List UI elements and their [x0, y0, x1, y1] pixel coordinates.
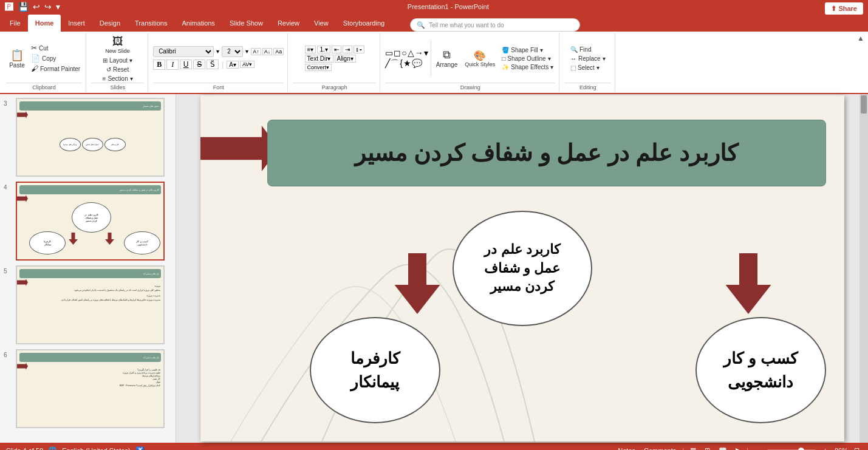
slide-thumb-4[interactable]: 4 کاربرد علم در عمل و شفاف کردن مسیر کار…	[2, 180, 173, 262]
underline-button[interactable]: U	[180, 60, 192, 69]
tab-storyboarding[interactable]: Storyboarding	[336, 15, 392, 32]
slide-thumbnail-3[interactable]: محور های سمینار ویژگی‌های محتوا اصل انتق…	[16, 98, 165, 177]
shape-star[interactable]: ★	[403, 58, 411, 69]
italic-button[interactable]: I	[166, 60, 179, 70]
paste-button[interactable]: 📋 Paste	[6, 47, 28, 70]
collapse-ribbon-button[interactable]: ▲	[857, 34, 864, 43]
center-ellipse-text: کاربرد علم درعمل و شفافکردن مسیر	[478, 234, 566, 302]
slide-center-ellipse[interactable]: کاربرد علم درعمل و شفافکردن مسیر	[453, 211, 592, 326]
slide-canvas[interactable]: کاربرد علم در عمل و شفاف کردن مسیر کاربر…	[200, 95, 844, 441]
tab-insert[interactable]: Insert	[61, 15, 92, 32]
quick-styles-icon: 🎨	[474, 50, 486, 61]
tab-home[interactable]: Home	[28, 15, 61, 32]
shape-arrow[interactable]: →	[415, 48, 423, 58]
format-painter-button[interactable]: 🖌 Format Painter	[29, 64, 82, 73]
ribbon-search-box[interactable]: 🔍 Tell me what you want to do	[410, 18, 580, 32]
font-size-select[interactable]: 24	[222, 46, 243, 57]
shape-oval[interactable]: ○	[402, 48, 406, 58]
redo-qat-button[interactable]: ↪	[43, 1, 53, 12]
slides-panel[interactable]: 3 محور های سمینار ویژگی‌های محتوا اصل ان…	[0, 94, 176, 443]
shape-callout[interactable]: 💬	[412, 58, 422, 69]
strikethrough-button[interactable]: S	[193, 60, 205, 69]
tab-slideshow[interactable]: Slide Show	[222, 15, 270, 32]
clear-format-button[interactable]: Aa	[273, 48, 284, 55]
slide-thumb-6[interactable]: 6 نیاز های مشترک: چه علومی را فرا بگیریم…	[2, 348, 173, 429]
slide-thumbnail-5[interactable]: نیاز های مشترک: پروژه: به‌طور کلی پروژه …	[16, 265, 165, 344]
undo-qat-button[interactable]: ↩	[32, 1, 41, 12]
slide-canvas-wrapper: کاربرد علم در عمل و شفاف کردن مسیر کاربر…	[176, 94, 868, 443]
shadow-button[interactable]: S̈	[207, 60, 219, 69]
shape-line[interactable]: ╱	[385, 58, 390, 69]
shape-fill-icon: 🪣	[502, 47, 509, 53]
status-left: Slide 4 of 58 🌐 English (United States) …	[6, 446, 145, 451]
slideshow-button[interactable]: ▶	[733, 446, 743, 450]
decrease-indent-button[interactable]: ⇤	[332, 46, 341, 53]
arrange-icon: ⧉	[443, 49, 451, 61]
tab-transitions[interactable]: Transitions	[128, 15, 174, 32]
tab-animations[interactable]: Animations	[174, 15, 222, 32]
fit-slide-button[interactable]: ⊡	[852, 446, 862, 450]
increase-font-button[interactable]: A↑	[251, 48, 261, 55]
normal-view-button[interactable]: ▦	[688, 446, 699, 450]
share-button[interactable]: ⬆ Share	[825, 2, 863, 15]
decrease-font-button[interactable]: A↓	[262, 48, 273, 55]
reading-view-button[interactable]: 📖	[716, 446, 730, 450]
increase-indent-button[interactable]: ⇥	[343, 46, 352, 53]
copy-button[interactable]: 📄 Copy	[29, 53, 82, 63]
shape-more[interactable]: ▾	[424, 48, 428, 58]
slide-sorter-button[interactable]: ⊞	[702, 446, 713, 450]
font-color-button[interactable]: A▾	[227, 61, 239, 69]
replace-button[interactable]: ↔ Replace▾	[569, 55, 607, 63]
zoom-in-button[interactable]: ＋	[819, 445, 831, 450]
tab-view[interactable]: View	[307, 15, 336, 32]
layout-button[interactable]: ⊞ Layout▾	[101, 56, 134, 64]
find-button[interactable]: 🔍 Find	[569, 46, 607, 53]
text-direction-button[interactable]: Text Dir▾	[305, 55, 333, 63]
qat-more-button[interactable]: ▾	[55, 1, 61, 12]
bold-button[interactable]: B	[153, 60, 165, 70]
shape-rect[interactable]: ▭	[385, 48, 393, 58]
slide-thumb-5[interactable]: 5 نیاز های مشترک: پروژه: به‌طور کلی پروژ…	[2, 264, 173, 346]
shape-triangle[interactable]: △	[408, 48, 414, 58]
tab-file[interactable]: File	[2, 15, 28, 32]
tab-review[interactable]: Review	[270, 15, 307, 32]
format-painter-icon: 🖌	[31, 64, 38, 73]
arrange-button[interactable]: ⧉ Arrange	[434, 47, 460, 69]
slide-thumbnail-6[interactable]: نیاز های مشترک: چه علومی را فرا بگیریم؟ …	[16, 349, 165, 428]
slide-bottom-left-ellipse[interactable]: کارفرماپیمانکار	[310, 317, 440, 423]
char-spacing-button[interactable]: AV▾	[240, 61, 255, 68]
cut-button[interactable]: ✂ Cut	[29, 43, 82, 53]
vertical-scrollbar[interactable]	[859, 94, 868, 443]
shape-effects-icon: ✨	[502, 64, 509, 70]
zoom-out-button[interactable]: －	[752, 445, 764, 450]
shape-fill-button[interactable]: 🪣 Shape Fill▾	[500, 46, 555, 54]
bullets-button[interactable]: ≡▾	[305, 46, 316, 53]
shape-outline-button[interactable]: □ Shape Outline▾	[500, 55, 555, 63]
new-slide-button[interactable]: 🖼 New Slide	[103, 34, 132, 55]
shape-rect2[interactable]: ◻	[394, 48, 401, 58]
comments-button[interactable]: Comments	[641, 446, 678, 451]
font-family-select[interactable]: Calibri	[153, 46, 214, 57]
cut-icon: ✂	[31, 44, 37, 52]
convert-smartart-button[interactable]: Convert▾	[305, 64, 332, 71]
shape-bracket[interactable]: {	[400, 58, 403, 69]
shape-curve[interactable]: ⌒	[391, 58, 399, 69]
section-button[interactable]: ≡ Section▾	[101, 75, 135, 83]
tab-design[interactable]: Design	[92, 15, 128, 32]
slide-thumb-3[interactable]: 3 محور های سمینار ویژگی‌های محتوا اصل ان…	[2, 97, 173, 178]
slide-thumbnail-4[interactable]: کاربرد علم در عمل و شفاف کردن مسیر کاربر…	[16, 182, 165, 261]
numbering-button[interactable]: 1.▾	[317, 46, 330, 53]
slide-title-box[interactable]: کاربرد علم در عمل و شفاف کردن مسیر	[267, 120, 826, 186]
quick-styles-button[interactable]: 🎨 Quick Styles	[462, 49, 497, 69]
accessibility-icon: ♿	[135, 446, 145, 451]
replace-icon: ↔	[570, 55, 576, 62]
select-button[interactable]: ⬚ Select▾	[569, 64, 607, 72]
notes-button[interactable]: Notes	[615, 446, 638, 451]
save-qat-button[interactable]: 💾	[17, 1, 30, 12]
slide-bottom-right-ellipse[interactable]: کسب و کاردانشجویی	[695, 317, 826, 423]
slide-info: Slide 4 of 58	[6, 447, 43, 451]
reset-button[interactable]: ↺ Reset	[104, 66, 131, 73]
align-text-button[interactable]: Align▾	[335, 55, 356, 63]
shape-effects-button[interactable]: ✨ Shape Effects▾	[500, 63, 555, 71]
columns-button[interactable]: ⫾▾	[354, 46, 364, 53]
